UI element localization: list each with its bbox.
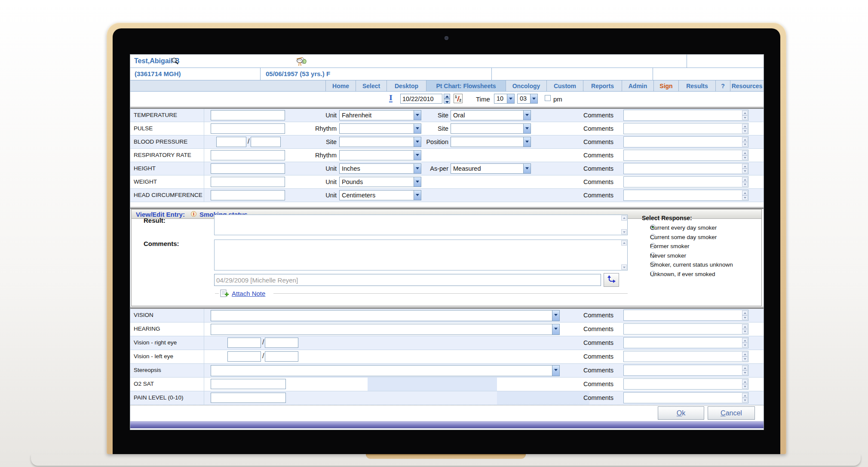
comments-label: Comments bbox=[583, 367, 613, 374]
comments-label: Comments: bbox=[144, 240, 179, 247]
hour-select[interactable]: 10 bbox=[494, 94, 515, 104]
comment-spinner[interactable] bbox=[742, 124, 748, 133]
patient-info-bar: (3361714 MGH) 05/06/1957 (53 yrs.) F bbox=[130, 68, 764, 80]
o2-sat-input[interactable] bbox=[211, 379, 286, 389]
comments-input[interactable] bbox=[623, 150, 748, 161]
empty-cell bbox=[497, 391, 589, 405]
scroll-up-icon[interactable] bbox=[621, 215, 627, 221]
comments-input[interactable] bbox=[623, 163, 748, 174]
comments-label: Comments bbox=[583, 112, 613, 119]
comment-spinner[interactable] bbox=[742, 338, 748, 347]
comment-spinner[interactable] bbox=[742, 324, 748, 334]
pulse-site-dropdown[interactable] bbox=[451, 123, 531, 134]
pain-level-input[interactable] bbox=[211, 393, 286, 403]
height-asper-dropdown[interactable]: Measured bbox=[451, 163, 531, 174]
comment-spinner[interactable] bbox=[742, 177, 748, 187]
vision-left-denominator-input[interactable] bbox=[265, 351, 298, 362]
comment-spinner[interactable] bbox=[742, 366, 748, 375]
scroll-down-icon[interactable] bbox=[621, 264, 627, 270]
comments-input[interactable] bbox=[623, 123, 748, 134]
tab-pt-chart-flowsheets[interactable]: Pt Chart: Flowsheets bbox=[426, 80, 506, 91]
chevron-down-icon bbox=[523, 137, 531, 147]
tab-home[interactable]: Home bbox=[326, 80, 356, 91]
view-edit-entry-panel: View/Edit Entry: i Smoking status Result… bbox=[131, 209, 762, 306]
weight-unit-dropdown[interactable]: Pounds bbox=[339, 177, 421, 187]
comment-spinner[interactable] bbox=[742, 111, 748, 120]
unit-label: Unit bbox=[272, 112, 337, 119]
head-circumference-unit-dropdown[interactable]: Centimeters bbox=[339, 190, 421, 200]
entry-date-input[interactable] bbox=[214, 274, 601, 286]
comment-spinner[interactable] bbox=[742, 164, 748, 173]
vision-dropdown[interactable] bbox=[211, 310, 560, 321]
time-label: Time bbox=[476, 95, 490, 103]
comments-input[interactable] bbox=[623, 378, 748, 390]
comments-input[interactable] bbox=[623, 323, 748, 335]
cancel-button[interactable]: Cancel bbox=[708, 406, 755, 420]
tab-sign[interactable]: Sign bbox=[654, 80, 679, 91]
chevron-down-icon bbox=[414, 190, 421, 200]
vision-left-numerator-input[interactable] bbox=[227, 351, 261, 362]
hearing-dropdown[interactable] bbox=[211, 324, 560, 335]
tab-results[interactable]: Results bbox=[679, 80, 716, 91]
minute-select[interactable]: 03 bbox=[517, 94, 538, 104]
comment-spinner[interactable] bbox=[742, 352, 748, 361]
attach-note-link[interactable]: Attach Note bbox=[220, 289, 230, 298]
info-icon[interactable]: i bbox=[191, 211, 196, 217]
date-input[interactable] bbox=[400, 94, 442, 104]
chevron-down-icon bbox=[523, 124, 531, 133]
comments-input[interactable] bbox=[623, 365, 748, 376]
ok-button[interactable]: Ok bbox=[658, 406, 704, 420]
date-spinner[interactable] bbox=[444, 94, 450, 104]
jump-arrow-button[interactable] bbox=[604, 273, 619, 287]
webcam bbox=[445, 36, 448, 40]
comments-textarea[interactable] bbox=[214, 240, 628, 270]
attach-note-icon bbox=[220, 289, 230, 298]
respiratory-rhythm-dropdown[interactable] bbox=[339, 150, 421, 160]
date-stamp-icon[interactable]: 12 bbox=[454, 94, 463, 103]
comments-input[interactable] bbox=[623, 190, 748, 201]
tab-help[interactable]: ? bbox=[716, 80, 730, 91]
comments-input[interactable] bbox=[623, 392, 748, 403]
result-textarea[interactable] bbox=[214, 215, 628, 235]
comment-spinner[interactable] bbox=[742, 310, 748, 320]
tab-custom[interactable]: Custom bbox=[547, 80, 583, 91]
tab-desktop[interactable]: Desktop bbox=[387, 80, 426, 91]
comments-input[interactable] bbox=[623, 176, 748, 187]
tab-bar: Home Select Desktop Pt Chart: Flowsheets… bbox=[130, 80, 764, 92]
temperature-site-dropdown[interactable]: Oral bbox=[451, 110, 531, 120]
bp-position-dropdown[interactable] bbox=[451, 137, 531, 147]
comments-input[interactable] bbox=[623, 310, 748, 321]
search-icon[interactable] bbox=[171, 57, 179, 65]
pm-checkbox[interactable] bbox=[545, 95, 551, 101]
tab-reports[interactable]: Reports bbox=[583, 80, 622, 91]
comment-spinner[interactable] bbox=[742, 379, 748, 389]
scroll-down-icon[interactable] bbox=[621, 229, 627, 234]
app-window: Test,Abigail B (3361714 MG bbox=[130, 55, 764, 430]
comment-spinner[interactable] bbox=[742, 393, 748, 402]
stereopsis-dropdown[interactable] bbox=[211, 365, 560, 376]
vitals-row-head-circumference: HEAD CIRCUMFERENCE Unit Centimeters Comm… bbox=[130, 189, 764, 202]
tab-admin[interactable]: Admin bbox=[622, 80, 654, 91]
tab-bar-spacer bbox=[130, 80, 326, 91]
stork-icon bbox=[295, 55, 309, 67]
site-label: Site bbox=[272, 138, 337, 145]
tab-select[interactable]: Select bbox=[356, 80, 387, 91]
comment-spinner[interactable] bbox=[742, 151, 748, 160]
tab-oncology[interactable]: Oncology bbox=[506, 80, 547, 91]
comment-spinner[interactable] bbox=[742, 190, 748, 200]
comments-input[interactable] bbox=[623, 351, 748, 362]
tab-resources[interactable]: Resources bbox=[730, 80, 764, 91]
vision-right-numerator-input[interactable] bbox=[227, 338, 261, 348]
chevron-down-icon bbox=[414, 177, 421, 187]
comment-spinner[interactable] bbox=[742, 137, 748, 147]
scroll-up-icon[interactable] bbox=[621, 240, 627, 246]
comments-input[interactable] bbox=[623, 337, 748, 348]
vision-right-denominator-input[interactable] bbox=[265, 338, 298, 348]
comments-input[interactable] bbox=[623, 110, 748, 121]
vitals-row-height: HEIGHT Unit Inches As-per Measured Comme… bbox=[130, 162, 764, 175]
text-cursor-icon[interactable]: I bbox=[389, 94, 393, 102]
bp-systolic-input[interactable] bbox=[216, 137, 246, 147]
row-vision-left-eye: Vision - left eye / Comments bbox=[130, 350, 764, 364]
comments-input[interactable] bbox=[623, 136, 748, 147]
vitals-row-respiratory-rate: RESPIRATORY RATE Rhythm Comments bbox=[130, 149, 764, 162]
